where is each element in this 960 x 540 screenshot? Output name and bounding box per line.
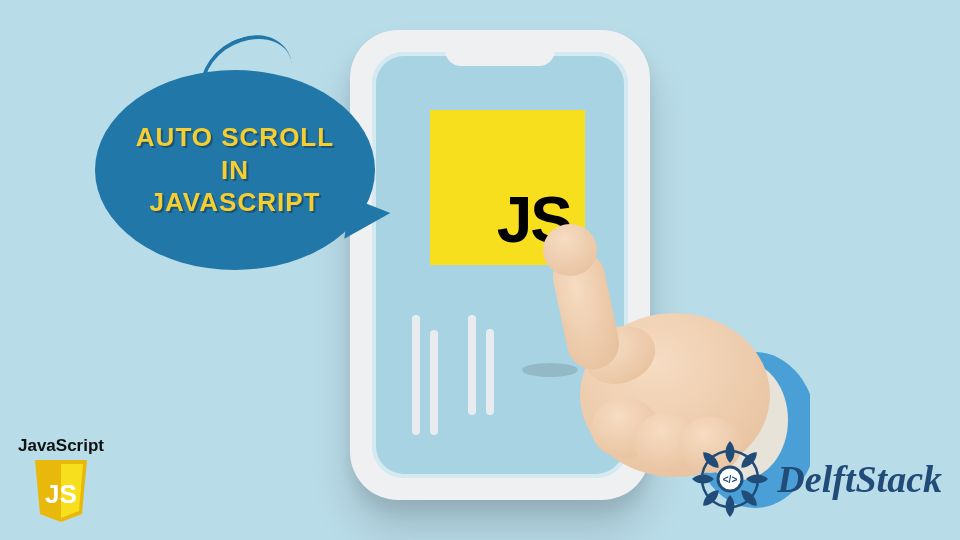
scroll-lines-left [412,315,438,435]
svg-point-8 [543,224,597,276]
speech-bubble: AUTO SCROLL IN JAVASCRIPT [95,70,375,270]
javascript-badge: JavaScript JS [18,436,104,528]
delftstack-name: DelftStack [777,457,942,501]
bubble-line-2: IN [136,154,334,187]
bubble-line-3: JAVASCRIPT [136,186,334,219]
phone-notch [445,38,555,66]
svg-text:JS: JS [45,479,77,509]
scroll-lines-right [468,315,494,415]
bubble-line-1: AUTO SCROLL [136,121,334,154]
javascript-badge-label: JavaScript [18,436,104,456]
svg-text:</>: </> [723,474,738,485]
delftstack-emblem-icon: </> [689,438,771,520]
delftstack-logo: </> DelftStack [689,438,942,520]
js-shield-icon: JS [31,458,91,524]
svg-point-9 [522,363,578,377]
bubble-title: AUTO SCROLL IN JAVASCRIPT [136,121,334,219]
